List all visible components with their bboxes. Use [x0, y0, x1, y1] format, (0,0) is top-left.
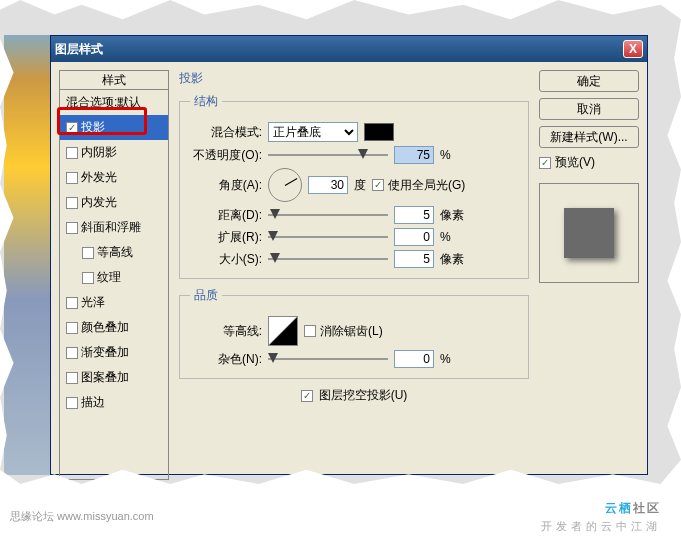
- style-label: 外发光: [81, 169, 117, 186]
- style-label: 内发光: [81, 194, 117, 211]
- styles-header[interactable]: 样式: [59, 70, 169, 90]
- spread-unit: %: [440, 230, 451, 244]
- preview-swatch: [564, 208, 614, 258]
- style-label: 光泽: [81, 294, 105, 311]
- style-checkbox[interactable]: [82, 272, 94, 284]
- preview-label: 预览(V): [555, 154, 595, 171]
- noise-input[interactable]: [394, 350, 434, 368]
- style-checkbox[interactable]: [66, 347, 78, 359]
- style-item[interactable]: 混合选项:默认: [60, 90, 168, 115]
- layer-style-dialog: 图层样式 X 样式 混合选项:默认投影内阴影外发光内发光斜面和浮雕等高线纹理光泽…: [50, 35, 648, 475]
- preview-checkbox[interactable]: [539, 157, 551, 169]
- style-checkbox[interactable]: [66, 297, 78, 309]
- style-label: 内阴影: [81, 144, 117, 161]
- style-label: 等高线: [97, 244, 133, 261]
- style-item[interactable]: 颜色叠加: [60, 315, 168, 340]
- style-checkbox[interactable]: [66, 372, 78, 384]
- panel-title: 投影: [179, 70, 529, 87]
- style-label: 斜面和浮雕: [81, 219, 141, 236]
- settings-panel: 投影 结构 混合模式: 正片叠底 不透明度(O): %: [169, 70, 539, 466]
- titlebar: 图层样式 X: [51, 36, 647, 62]
- spread-label: 扩展(R):: [190, 229, 262, 246]
- style-item[interactable]: 渐变叠加: [60, 340, 168, 365]
- style-item[interactable]: 外发光: [60, 165, 168, 190]
- spread-input[interactable]: [394, 228, 434, 246]
- style-label: 图案叠加: [81, 369, 129, 386]
- quality-group: 品质 等高线: 消除锯齿(L) 杂色(N): %: [179, 287, 529, 379]
- style-label: 描边: [81, 394, 105, 411]
- style-label: 颜色叠加: [81, 319, 129, 336]
- antialias-checkbox[interactable]: [304, 325, 316, 337]
- noise-slider[interactable]: [268, 351, 388, 367]
- style-checkbox[interactable]: [66, 172, 78, 184]
- style-item[interactable]: 图案叠加: [60, 365, 168, 390]
- opacity-slider[interactable]: [268, 147, 388, 163]
- opacity-input[interactable]: [394, 146, 434, 164]
- styles-list: 混合选项:默认投影内阴影外发光内发光斜面和浮雕等高线纹理光泽颜色叠加渐变叠加图案…: [59, 90, 169, 480]
- style-item[interactable]: 等高线: [60, 240, 168, 265]
- structure-group: 结构 混合模式: 正片叠底 不透明度(O): % 角度(A):: [179, 93, 529, 279]
- noise-unit: %: [440, 352, 451, 366]
- blend-mode-select[interactable]: 正片叠底: [268, 122, 358, 142]
- cancel-button[interactable]: 取消: [539, 98, 639, 120]
- style-item[interactable]: 光泽: [60, 290, 168, 315]
- opacity-unit: %: [440, 148, 451, 162]
- button-panel: 确定 取消 新建样式(W)... 预览(V): [539, 70, 639, 466]
- distance-unit: 像素: [440, 207, 464, 224]
- style-item[interactable]: 描边: [60, 390, 168, 415]
- contour-picker[interactable]: [268, 316, 298, 346]
- angle-input[interactable]: [308, 176, 348, 194]
- style-checkbox[interactable]: [66, 147, 78, 159]
- ok-button[interactable]: 确定: [539, 70, 639, 92]
- spread-slider[interactable]: [268, 229, 388, 245]
- size-unit: 像素: [440, 251, 464, 268]
- style-checkbox[interactable]: [66, 397, 78, 409]
- style-item[interactable]: 纹理: [60, 265, 168, 290]
- knockout-checkbox[interactable]: [301, 390, 313, 402]
- size-slider[interactable]: [268, 251, 388, 267]
- style-checkbox[interactable]: [66, 122, 78, 134]
- angle-label: 角度(A):: [190, 177, 262, 194]
- distance-input[interactable]: [394, 206, 434, 224]
- style-label: 混合选项:默认: [66, 94, 141, 111]
- shadow-color-swatch[interactable]: [364, 123, 394, 141]
- dialog-title: 图层样式: [55, 41, 623, 58]
- size-input[interactable]: [394, 250, 434, 268]
- style-item[interactable]: 投影: [60, 115, 168, 140]
- style-label: 渐变叠加: [81, 344, 129, 361]
- style-checkbox[interactable]: [66, 197, 78, 209]
- contour-label: 等高线:: [190, 323, 262, 340]
- blend-label: 混合模式:: [190, 124, 262, 141]
- angle-unit: 度: [354, 177, 366, 194]
- structure-legend: 结构: [190, 93, 222, 110]
- global-light-label: 使用全局光(G): [388, 177, 465, 194]
- distance-slider[interactable]: [268, 207, 388, 223]
- global-light-checkbox[interactable]: [372, 179, 384, 191]
- styles-panel: 样式 混合选项:默认投影内阴影外发光内发光斜面和浮雕等高线纹理光泽颜色叠加渐变叠…: [59, 70, 169, 466]
- angle-dial[interactable]: [268, 168, 302, 202]
- preview-box: [539, 183, 639, 283]
- style-item[interactable]: 内阴影: [60, 140, 168, 165]
- style-item[interactable]: 内发光: [60, 190, 168, 215]
- style-checkbox[interactable]: [66, 222, 78, 234]
- style-label: 投影: [81, 119, 105, 136]
- footer-credit: 思缘论坛 www.missyuan.com: [10, 509, 154, 524]
- opacity-label: 不透明度(O):: [190, 147, 262, 164]
- quality-legend: 品质: [190, 287, 222, 304]
- distance-label: 距离(D):: [190, 207, 262, 224]
- new-style-button[interactable]: 新建样式(W)...: [539, 126, 639, 148]
- ragged-frame: 图层样式 X 样式 混合选项:默认投影内阴影外发光内发光斜面和浮雕等高线纹理光泽…: [0, 0, 681, 484]
- style-item[interactable]: 斜面和浮雕: [60, 215, 168, 240]
- noise-label: 杂色(N):: [190, 351, 262, 368]
- close-button[interactable]: X: [623, 40, 643, 58]
- size-label: 大小(S):: [190, 251, 262, 268]
- knockout-label: 图层挖空投影(U): [319, 387, 408, 404]
- style-label: 纹理: [97, 269, 121, 286]
- background-photo: [4, 35, 54, 475]
- watermark-logo: 云栖社区 开发者的云中江湖: [541, 488, 661, 534]
- style-checkbox[interactable]: [82, 247, 94, 259]
- style-checkbox[interactable]: [66, 322, 78, 334]
- antialias-label: 消除锯齿(L): [320, 323, 383, 340]
